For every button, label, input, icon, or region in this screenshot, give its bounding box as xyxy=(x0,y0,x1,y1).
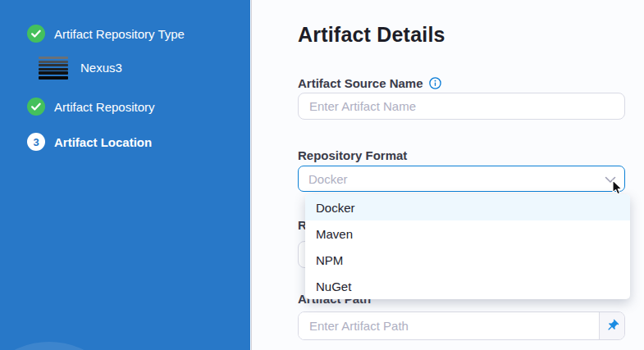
sidebar-step-artifact-repository-type[interactable]: Artifact Repository Type xyxy=(27,25,185,43)
dropdown-option-npm[interactable]: NPM xyxy=(305,247,630,273)
chevron-down-icon xyxy=(605,176,616,184)
pin-icon xyxy=(605,319,619,333)
step-label: Artifact Repository Type xyxy=(54,27,185,41)
dropdown-option-docker[interactable]: Docker xyxy=(305,194,630,220)
step-label: Artifact Location xyxy=(54,135,152,149)
repository-format-label: Repository Format xyxy=(298,148,407,162)
artifact-name-input[interactable] xyxy=(298,93,625,120)
repository-format-dropdown: Docker Maven NPM NuGet xyxy=(305,194,630,299)
sidebar-substep-nexus3[interactable]: Nexus3 xyxy=(39,57,122,80)
step-label: Artifact Repository xyxy=(54,100,155,114)
repository-format-select[interactable]: Docker xyxy=(298,166,625,192)
dropdown-option-nuget[interactable]: NuGet xyxy=(305,273,630,299)
info-icon[interactable] xyxy=(429,77,441,89)
panel-divider xyxy=(251,0,252,350)
artifact-path-field xyxy=(298,311,625,340)
sidebar-circle-decoration xyxy=(0,342,127,350)
sidebar-step-artifact-location[interactable]: 3 Artifact Location xyxy=(27,133,152,151)
page-title: Artifact Details xyxy=(298,23,445,47)
select-value: Docker xyxy=(308,172,348,186)
check-circle-icon xyxy=(27,98,45,116)
artifact-source-name-label: Artifact Source Name xyxy=(298,76,441,90)
step-number-badge: 3 xyxy=(27,133,45,151)
check-circle-icon xyxy=(27,25,45,43)
wizard-sidebar: Artifact Repository Type Nexus3 Artifact… xyxy=(0,0,250,350)
artifact-path-input[interactable] xyxy=(299,312,599,339)
nexus3-icon xyxy=(39,57,68,80)
substep-label: Nexus3 xyxy=(80,61,122,75)
dropdown-option-maven[interactable]: Maven xyxy=(305,220,630,247)
pin-button[interactable] xyxy=(599,312,624,339)
sidebar-step-artifact-repository[interactable]: Artifact Repository xyxy=(27,98,155,116)
